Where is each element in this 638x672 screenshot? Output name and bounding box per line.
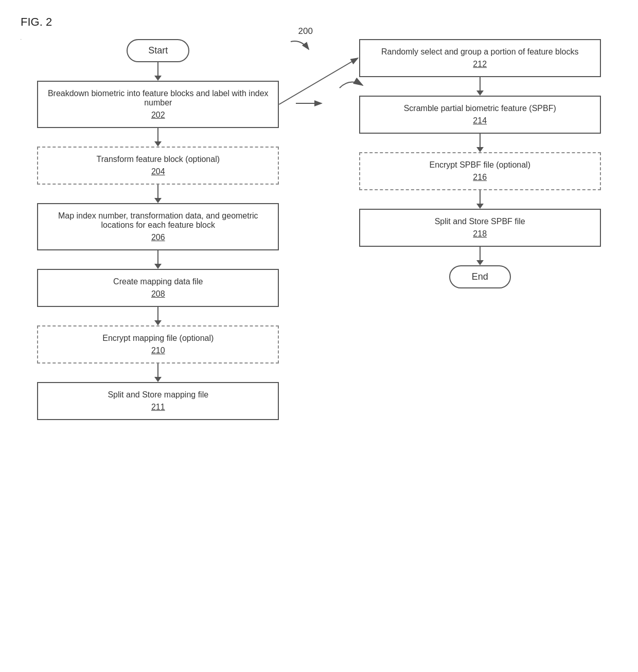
right-column: Randomly select and group a portion of f… [342,39,617,420]
box-210: Encrypt mapping file (optional) 210 [37,325,279,364]
left-column: Start Breakdown biometric into feature b… [21,39,296,420]
box-216: Encrypt SPBF file (optional) 216 [359,152,601,190]
box-214: Scramble partial biometric feature (SPBF… [359,96,601,134]
connector-area: 200 [296,39,319,420]
box-211: Split and Store mapping file 211 [37,382,279,420]
box-204: Transform feature block (optional) 204 [37,147,279,185]
page: FIG. 2 Start [0,0,638,672]
diagram-wrapper: Start Breakdown biometric into feature b… [21,39,617,420]
arrow-204-to-206 [154,185,162,203]
arrow-216-to-218 [476,190,484,209]
box-212: Randomly select and group a portion of f… [359,39,601,77]
box-218: Split and Store SPBF file 218 [359,209,601,247]
arrow-202-to-204 [154,128,162,147]
ref-200-label: 200 [298,26,313,37]
start-oval: Start [127,39,189,62]
arrow-208-to-210 [154,307,162,325]
arrow-206-to-208 [154,250,162,269]
end-oval: End [449,265,511,288]
arrow-start-to-202 [154,62,162,81]
arrow-218-to-end [476,247,484,265]
box-208: Create mapping data file 208 [37,269,279,307]
figure-title: FIG. 2 [21,15,617,29]
arrow-212-to-214 [476,77,484,96]
arrow-214-to-216 [476,134,484,152]
box-202: Breakdown biometric into feature blocks … [37,81,279,128]
box-206: Map index number, transformation data, a… [37,203,279,250]
arrow-210-to-211 [154,364,162,382]
